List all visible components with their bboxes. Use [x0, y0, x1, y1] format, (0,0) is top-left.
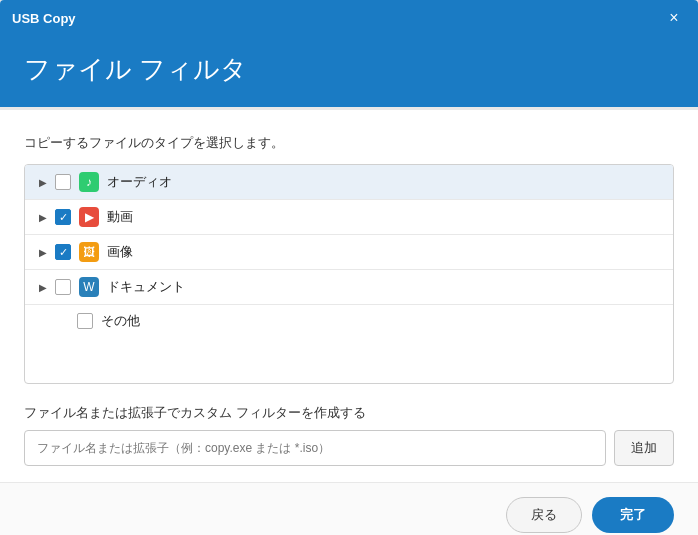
checkbox-audio[interactable]	[55, 174, 71, 190]
chevron-icon-video: ▶	[35, 209, 51, 225]
custom-filter-input[interactable]	[24, 430, 606, 466]
checkbox-other[interactable]	[77, 313, 93, 329]
other-label: その他	[101, 312, 140, 330]
chevron-icon-document: ▶	[35, 279, 51, 295]
custom-filter-row: 追加	[24, 430, 674, 466]
done-button[interactable]: 完了	[592, 497, 674, 533]
checkbox-video[interactable]	[55, 209, 71, 225]
document-label: ドキュメント	[107, 278, 185, 296]
custom-filter-section: ファイル名または拡張子でカスタム フィルターを作成する 追加	[24, 404, 674, 466]
title-bar: USB Copy ×	[0, 0, 698, 36]
back-button[interactable]: 戻る	[506, 497, 582, 533]
filter-item-audio[interactable]: ▶ ♪ オーディオ	[25, 165, 673, 200]
no-chevron-other	[57, 313, 73, 329]
content-area: コピーするファイルのタイプを選択します。 ▶ ♪ オーディオ ▶ ▶ 動画 ▶ …	[0, 110, 698, 482]
filter-list: ▶ ♪ オーディオ ▶ ▶ 動画 ▶ 🖼 画像 ▶	[24, 164, 674, 384]
chevron-icon-audio: ▶	[35, 174, 51, 190]
video-label: 動画	[107, 208, 133, 226]
close-button[interactable]: ×	[662, 6, 686, 30]
add-button[interactable]: 追加	[614, 430, 674, 466]
chevron-icon-image: ▶	[35, 244, 51, 260]
footer: 戻る 完了	[0, 482, 698, 535]
audio-icon: ♪	[79, 172, 99, 192]
page-title: ファイル フィルタ	[24, 52, 674, 87]
image-icon: 🖼	[79, 242, 99, 262]
document-icon: W	[79, 277, 99, 297]
audio-label: オーディオ	[107, 173, 172, 191]
filter-item-document[interactable]: ▶ W ドキュメント	[25, 270, 673, 305]
filter-item-other[interactable]: その他	[25, 305, 673, 337]
video-icon: ▶	[79, 207, 99, 227]
page-header: ファイル フィルタ	[0, 36, 698, 107]
checkbox-document[interactable]	[55, 279, 71, 295]
app-title: USB Copy	[12, 11, 76, 26]
filter-item-image[interactable]: ▶ 🖼 画像	[25, 235, 673, 270]
custom-filter-label: ファイル名または拡張子でカスタム フィルターを作成する	[24, 404, 674, 422]
filter-item-video[interactable]: ▶ ▶ 動画	[25, 200, 673, 235]
section-label: コピーするファイルのタイプを選択します。	[24, 134, 674, 152]
checkbox-image[interactable]	[55, 244, 71, 260]
window: USB Copy × ファイル フィルタ コピーするファイルのタイプを選択します…	[0, 0, 698, 535]
image-label: 画像	[107, 243, 133, 261]
